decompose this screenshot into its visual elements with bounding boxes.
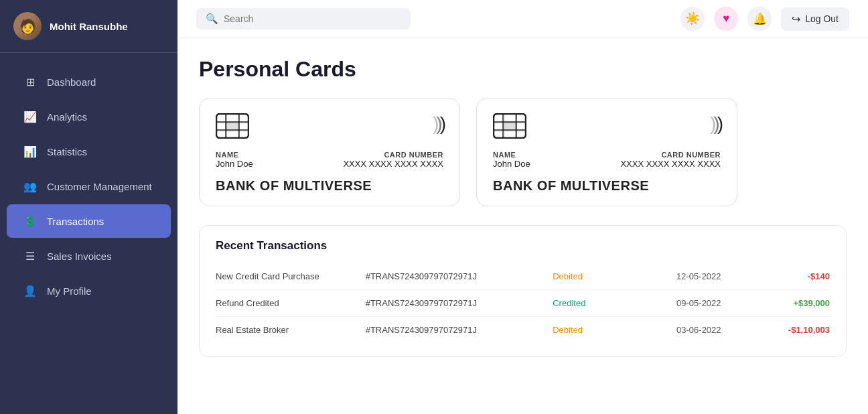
trans-id-1: #TRANS724309797072971J — [366, 298, 553, 308]
sidebar-item-label-transactions: Transactions — [47, 216, 104, 227]
trans-name-1: Refund Credited — [216, 298, 366, 308]
sidebar-item-label-statistics: Statistics — [47, 146, 87, 157]
card-name-value-1: John Doe — [216, 159, 253, 169]
card-widget-2: ))) NAME John Doe CARD NUMBER XXXX XXXX … — [476, 98, 737, 206]
trans-name-2: Real Estate Broker — [216, 325, 366, 335]
trans-status-2: Debited — [553, 325, 642, 335]
analytics-icon: 📈 — [23, 109, 38, 124]
sidebar-nav: ⊞ Dashboard 📈 Analytics 📊 Statistics 👥 C… — [0, 53, 177, 414]
page-title: Personal Cards — [199, 57, 847, 82]
trans-name-0: New Credit Card Purchase — [216, 271, 366, 281]
logout-icon: ↪ — [792, 13, 800, 25]
trans-status-0: Debited — [553, 271, 642, 281]
logout-label: Log Out — [805, 13, 839, 24]
cards-row: ))) NAME John Doe CARD NUMBER XXXX XXXX … — [199, 98, 847, 206]
card-bank-name-2: BANK OF MULTIVERSE — [493, 178, 721, 194]
trans-amount-2: -$1,10,003 — [755, 325, 830, 335]
search-icon: 🔍 — [206, 13, 218, 25]
notifications-button[interactable]: 🔔 — [747, 7, 772, 31]
search-input[interactable] — [224, 13, 401, 24]
table-row: New Credit Card Purchase #TRANS724309797… — [216, 263, 830, 290]
svg-rect-5 — [225, 121, 240, 131]
my-profile-icon: 👤 — [23, 283, 38, 298]
chip-icon-2 — [493, 113, 526, 139]
sidebar-item-customer-management[interactable]: 👥 Customer Management — [7, 169, 171, 203]
card-bank-name-1: BANK OF MULTIVERSE — [216, 178, 443, 194]
card-name-label-1: NAME — [216, 151, 253, 159]
main-content: 🔍 ☀️ ♥ 🔔 ↪ Log Out Personal Cards — [177, 0, 868, 414]
transactions-title: Recent Transactions — [216, 239, 830, 253]
logout-button[interactable]: ↪ Log Out — [781, 7, 849, 31]
trans-amount-1: +$39,000 — [755, 298, 830, 308]
card-number-value-1: XXXX XXXX XXXX XXXX — [343, 159, 443, 169]
sidebar-item-label-dashboard: Dashboard — [47, 76, 96, 88]
trans-id-0: #TRANS724309797072971J — [366, 271, 553, 281]
contactless-icon-2: ))) — [710, 113, 721, 135]
trans-status-1: Credited — [553, 298, 642, 308]
sidebar-item-dashboard[interactable]: ⊞ Dashboard — [7, 65, 171, 98]
card-widget-1: ))) NAME John Doe CARD NUMBER XXXX XXXX … — [199, 98, 460, 206]
sidebar-item-label-customer-management: Customer Management — [47, 181, 152, 192]
sales-invoices-icon: ☰ — [23, 249, 38, 263]
transactions-table: New Credit Card Purchase #TRANS724309797… — [216, 263, 830, 343]
card-name-value-2: John Doe — [493, 159, 530, 169]
trans-date-2: 03-06-2022 — [642, 325, 755, 335]
table-row: Real Estate Broker #TRANS724309797072971… — [216, 317, 830, 343]
sidebar-item-label-sales-invoices: Sales Invoices — [47, 251, 112, 262]
card-number-label-1: CARD NUMBER — [343, 151, 443, 159]
trans-id-2: #TRANS724309797072971J — [366, 325, 553, 335]
card-info-row-2: NAME John Doe CARD NUMBER XXXX XXXX XXXX… — [493, 151, 721, 169]
sidebar-username: Mohit Ransubhe — [50, 21, 128, 32]
sidebar: 🧑 Mohit Ransubhe ⊞ Dashboard 📈 Analytics… — [0, 0, 177, 414]
theme-toggle-button[interactable]: ☀️ — [680, 7, 705, 31]
card-number-label-2: CARD NUMBER — [620, 151, 721, 159]
sidebar-item-label-my-profile: My Profile — [47, 285, 92, 297]
sidebar-item-transactions[interactable]: 💲 Transactions — [7, 204, 171, 238]
table-row: Refund Credited #TRANS724309797072971J C… — [216, 290, 830, 317]
contactless-icon-1: ))) — [433, 113, 443, 135]
card-number-value-2: XXXX XXXX XXXX XXXX — [620, 159, 721, 169]
card-top-1: ))) — [216, 113, 443, 139]
card-info-row-1: NAME John Doe CARD NUMBER XXXX XXXX XXXX… — [216, 151, 443, 169]
trans-amount-0: -$140 — [755, 271, 830, 281]
chip-icon-1 — [216, 113, 249, 139]
page-content: Personal Cards — [177, 38, 868, 414]
sidebar-profile: 🧑 Mohit Ransubhe — [0, 0, 177, 53]
sidebar-item-analytics[interactable]: 📈 Analytics — [7, 100, 171, 133]
svg-rect-11 — [502, 121, 517, 131]
trans-date-1: 09-05-2022 — [642, 298, 755, 308]
search-box[interactable]: 🔍 — [196, 8, 411, 29]
card-name-label-2: NAME — [493, 151, 530, 159]
dashboard-icon: ⊞ — [23, 74, 38, 89]
transactions-section: Recent Transactions New Credit Card Purc… — [199, 225, 847, 357]
card-top-2: ))) — [493, 113, 721, 139]
sidebar-item-label-analytics: Analytics — [47, 111, 87, 123]
topbar: 🔍 ☀️ ♥ 🔔 ↪ Log Out — [177, 0, 868, 38]
sidebar-item-my-profile[interactable]: 👤 My Profile — [7, 274, 171, 307]
topbar-right: ☀️ ♥ 🔔 ↪ Log Out — [680, 7, 849, 31]
sidebar-item-sales-invoices[interactable]: ☰ Sales Invoices — [7, 239, 171, 273]
customer-management-icon: 👥 — [23, 179, 38, 194]
transactions-icon: 💲 — [23, 214, 38, 228]
statistics-icon: 📊 — [23, 144, 38, 159]
avatar: 🧑 — [13, 12, 42, 40]
trans-date-0: 12-05-2022 — [642, 271, 755, 281]
favorites-button[interactable]: ♥ — [714, 7, 738, 31]
sidebar-item-statistics[interactable]: 📊 Statistics — [7, 135, 171, 168]
